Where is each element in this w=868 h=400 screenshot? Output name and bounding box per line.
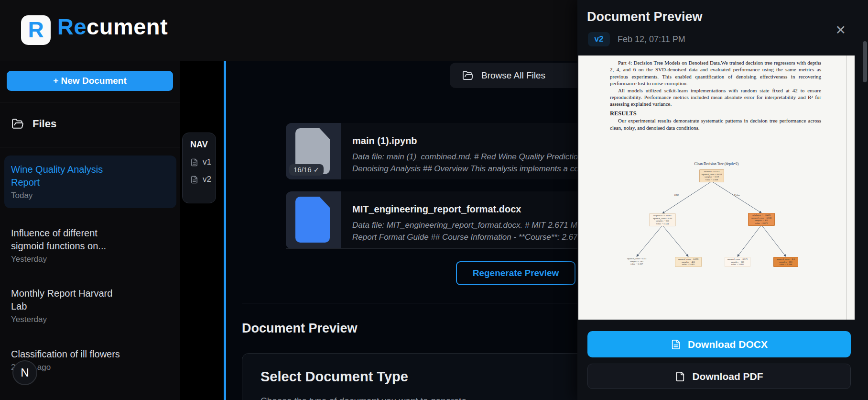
panel-title: Document Preview [587,10,703,24]
user-avatar[interactable]: N [12,360,37,385]
window-scrollbar-thumb[interactable] [863,41,867,82]
close-icon[interactable]: ✕ [835,24,846,37]
download-docx-button[interactable]: Download DOCX [587,331,851,357]
nav-popup-title: NAV [190,140,216,150]
tree-node-right: sulphates <= -0.426squared_error = 0.638… [748,213,775,226]
file-icon [675,371,685,382]
version-badge: v2 [588,32,610,46]
brand-name-prefix: Re [57,14,87,39]
tree-node-leaf3: squared_error = 0.571samples = 103value … [725,257,750,267]
progress-badge: 16/16 ✓ [289,164,324,176]
file-icon [295,197,330,243]
new-document-button[interactable]: + New Document [7,71,173,91]
tree-edges [578,56,855,320]
download-pdf-button[interactable]: Download PDF [587,364,851,389]
select-type-heading: Select Document Type [260,369,408,385]
app-window: R Recument + New Document Files Wine Qua… [0,0,868,400]
nav-item-label: v2 [203,175,211,184]
brand-name-suffix: cument [87,14,168,39]
sidebar-item-title: Influence of differentsigmoid functions … [11,227,170,253]
file-lines-icon [190,176,198,184]
sidebar-item-date: Yesterday [11,255,170,264]
decision-tree-figure: alcohol <= 0.102squared_error = 0.659sam… [578,56,855,320]
file-lines-icon [190,158,198,167]
tree-true-label: True [674,193,679,196]
document-preview-heading: Document Preview [242,321,358,336]
download-pdf-label: Download PDF [692,371,763,382]
file-lines-icon [671,339,681,350]
tree-node-root: alcohol <= 0.102squared_error = 0.659sam… [699,169,724,182]
sidebar-item-title: Classification of ill flowers [11,348,170,361]
tree-node-leaf4: squared_error = 0.5samples = 281value = … [773,257,798,267]
sidebar-divider [0,102,180,102]
sidebar-item-title: Monthly Report HarvardLab [11,287,170,313]
file-thumbnail [286,191,341,249]
page-scroll-divider [846,56,847,320]
tree-node-leaf2: squared_error = 0.596samples = 455value … [675,257,702,267]
tree-false-label: False [734,194,740,197]
preview-timestamp: Feb 12, 07:11 PM [618,34,685,44]
folder-open-icon [462,70,474,81]
document-preview-panel: Document Preview v2 Feb 12, 07:11 PM ✕ P… [577,0,868,400]
sidebar-item-monthly-report[interactable]: Monthly Report HarvardLab Yesterday [4,279,176,332]
file-thumbnail: 16/16 ✓ [286,123,341,179]
download-docx-label: Download DOCX [688,339,768,350]
nav-item-label: v1 [203,157,211,167]
files-section-header: Files [11,118,56,130]
sidebar-divider [0,147,180,147]
regenerate-preview-button[interactable]: Regenerate Preview [456,261,575,285]
tree-node-leaf1: squared_error = 0.35samples = 284value =… [623,257,650,266]
sidebar-item-date: Today [11,191,170,200]
sidebar-item-sigmoid[interactable]: Influence of differentsigmoid functions … [4,219,176,272]
avatar-initial: N [21,366,29,379]
sidebar-item-date: Yesterday [11,315,170,324]
folder-open-icon [11,118,24,130]
nav-item-v2[interactable]: v2 [190,175,216,184]
sidebar: + New Document Files Wine Quality Analys… [0,61,180,400]
select-type-subtitle: Choose the type of document you want to … [260,396,467,400]
document-page-preview: Part 4: Decision Tree Models on Denoised… [578,56,855,320]
files-label: Files [33,118,56,130]
brand-logo-letter: R [28,19,43,41]
tree-node-left: sulphates <= -0.087squared_error = 0.44s… [649,213,676,226]
accent-divider-line [224,61,226,400]
sidebar-item-wine-quality[interactable]: Wine Quality AnalysisReport Today [4,156,176,208]
nav-item-v1[interactable]: v1 [190,157,216,167]
browse-button-label: Browse All Files [481,70,545,81]
sidebar-item-title: Wine Quality AnalysisReport [11,163,170,189]
nav-version-popup: NAV v1 v2 [182,133,216,203]
brand-logo: R [21,15,51,45]
brand-wordmark: Recument [57,13,168,40]
